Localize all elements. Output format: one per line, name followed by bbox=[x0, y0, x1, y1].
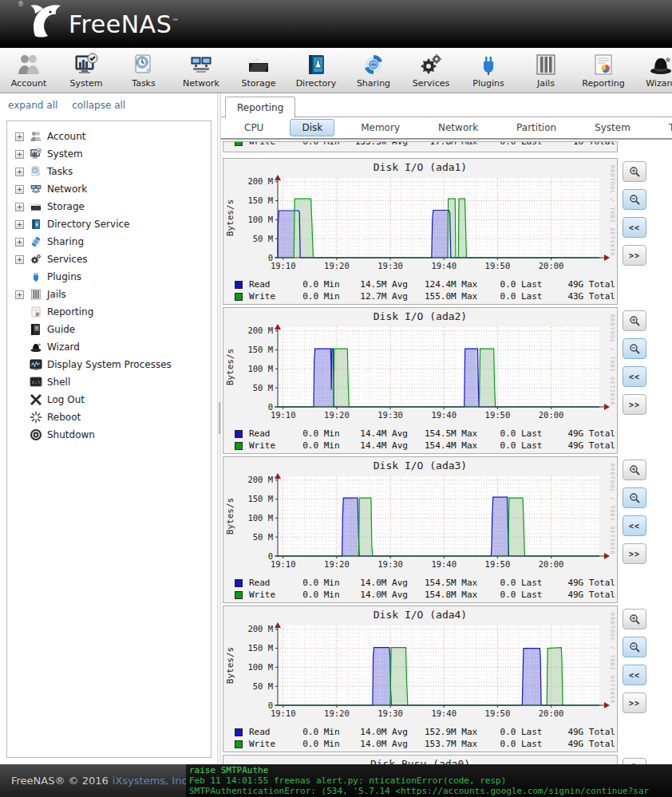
expand-plus-icon[interactable]: + bbox=[15, 203, 24, 211]
legend-series-name: Read bbox=[249, 428, 282, 439]
sidebar-item-sharing[interactable]: + Sharing bbox=[10, 233, 208, 251]
expand-plus-icon[interactable]: + bbox=[15, 255, 24, 264]
zoom-in-button[interactable] bbox=[623, 161, 646, 182]
sidebar-item-label: Network bbox=[47, 183, 87, 195]
svg-text:19:30: 19:30 bbox=[378, 708, 403, 718]
sidebar-item-jails[interactable]: + Jails bbox=[10, 286, 208, 303]
svg-text:Bytes/s: Bytes/s bbox=[225, 498, 235, 535]
sidebar-item-tasks[interactable]: + Tasks bbox=[10, 163, 208, 180]
sidebar-item-services[interactable]: + Services bbox=[10, 251, 208, 268]
pan-left-button[interactable]: << bbox=[623, 515, 646, 536]
expand-plus-icon[interactable]: + bbox=[15, 290, 24, 299]
zoom-in-button[interactable] bbox=[623, 609, 646, 629]
splitter-grip-icon bbox=[219, 402, 220, 434]
plugins-icon bbox=[29, 270, 42, 283]
jails-icon bbox=[29, 288, 42, 301]
zoom-out-button[interactable] bbox=[623, 637, 646, 657]
svg-text:19:50: 19:50 bbox=[485, 261, 511, 270]
sidebar-item-directory-service[interactable]: + Directory Service bbox=[10, 215, 208, 233]
console-line: Feb 11 14:01:55 freenas alert.py: nticat… bbox=[189, 775, 672, 786]
pan-right-button[interactable]: >> bbox=[623, 692, 646, 713]
wizard-icon bbox=[648, 52, 672, 77]
pan-right-button[interactable]: >> bbox=[623, 543, 646, 564]
toolbar-item-wizard[interactable]: Wizard bbox=[632, 48, 672, 93]
expand-plus-icon[interactable]: + bbox=[15, 132, 24, 141]
sidebar-item-reboot[interactable]: Reboot bbox=[10, 408, 208, 426]
sidebar-item-label: Account bbox=[47, 131, 85, 142]
zoom-out-button[interactable] bbox=[623, 487, 646, 508]
expand-plus-icon[interactable]: + bbox=[15, 220, 24, 229]
subtab-cpu[interactable]: CPU bbox=[232, 119, 275, 136]
sidebar-item-network[interactable]: + Network bbox=[10, 180, 208, 198]
sidebar-item-label: Plugins bbox=[47, 271, 81, 282]
pan-left-button[interactable]: << bbox=[623, 665, 646, 685]
expand-plus-icon[interactable]: + bbox=[15, 150, 24, 159]
svg-text:150 M: 150 M bbox=[247, 195, 273, 205]
sidebar-item-system[interactable]: + System bbox=[10, 145, 208, 163]
pan-right-button[interactable]: >> bbox=[623, 245, 646, 266]
zoom-in-button[interactable] bbox=[623, 460, 646, 480]
toolbar-item-network[interactable]: Network bbox=[172, 48, 230, 93]
subtab-memory[interactable]: Memory bbox=[349, 119, 412, 136]
subtab-target[interactable]: Target bbox=[657, 119, 672, 136]
svg-text:100 M: 100 M bbox=[247, 215, 273, 224]
sidebar-item-reporting[interactable]: Reporting bbox=[10, 303, 208, 321]
expand-plus-icon[interactable]: + bbox=[15, 238, 24, 247]
pan-left-button[interactable]: << bbox=[623, 217, 646, 238]
toolbar-item-jails[interactable]: Jails bbox=[517, 48, 575, 93]
subtab-system[interactable]: System bbox=[583, 119, 642, 136]
ixsystems-link[interactable]: iXsystems, Inc. bbox=[113, 775, 191, 787]
rrdtool-watermark: RRDTOOL / TOBI OETIKER bbox=[609, 314, 615, 406]
logout-icon bbox=[29, 393, 42, 406]
collapse-all-link[interactable]: collapse all bbox=[72, 100, 125, 111]
sidebar-item-account[interactable]: + Account bbox=[10, 128, 208, 145]
sidebar-item-log-out[interactable]: Log Out bbox=[10, 391, 208, 408]
sidebar-item-display-system-processes[interactable]: Display System Processes bbox=[10, 356, 208, 373]
chart-row-2: Disk I/O (ada3) RRDTOOL / TOBI OETIKER 0… bbox=[223, 456, 672, 603]
subtab-network[interactable]: Network bbox=[426, 119, 490, 136]
sidebar-item-storage[interactable]: + Storage bbox=[10, 198, 208, 215]
zoom-out-button[interactable] bbox=[623, 189, 646, 210]
expand-all-link[interactable]: expand all bbox=[8, 100, 57, 111]
toolbar-item-account[interactable]: Account bbox=[0, 48, 57, 93]
svg-text:200 M: 200 M bbox=[247, 624, 273, 633]
toolbar-item-services[interactable]: Services bbox=[402, 48, 460, 93]
toolbar-item-reporting[interactable]: Reporting bbox=[575, 48, 632, 93]
toolbar-item-plugins[interactable]: Plugins bbox=[460, 48, 517, 93]
chart-panel: Disk I/O (ada1) RRDTOOL / TOBI OETIKER 0… bbox=[223, 158, 618, 305]
toolbar-item-system[interactable]: System bbox=[57, 48, 115, 93]
sidebar-item-shell[interactable]: c:\ Shell bbox=[10, 373, 208, 391]
subtab-disk[interactable]: Disk bbox=[290, 119, 334, 136]
zoom-in-button[interactable] bbox=[623, 758, 646, 764]
body-columns: expand all collapse all + Account+ Syste… bbox=[0, 93, 672, 764]
registered-mark: ® bbox=[18, 1, 24, 8]
svg-text:19:50: 19:50 bbox=[485, 410, 511, 420]
tab-reporting[interactable]: Reporting bbox=[225, 97, 295, 118]
sidebar-item-guide[interactable]: Guide bbox=[10, 321, 208, 338]
zoom-in-button[interactable] bbox=[623, 310, 646, 331]
toolbar-item-directory[interactable]: Directory bbox=[287, 48, 345, 93]
tasks-icon bbox=[29, 165, 42, 178]
toolbar-item-label: Services bbox=[413, 78, 449, 89]
expand-plus-icon[interactable]: + bbox=[15, 168, 24, 176]
svg-text:19:30: 19:30 bbox=[378, 559, 403, 569]
toolbar-item-label: Tasks bbox=[132, 78, 155, 89]
legend-series-name: Read bbox=[249, 578, 282, 588]
svg-text:200 M: 200 M bbox=[247, 475, 273, 484]
toolbar-item-tasks[interactable]: Tasks bbox=[115, 48, 172, 93]
expand-plus-icon[interactable]: + bbox=[15, 185, 24, 194]
sidebar-item-wizard[interactable]: Wizard bbox=[10, 338, 208, 356]
account-icon bbox=[16, 52, 42, 77]
directory-icon bbox=[303, 52, 329, 77]
pan-left-button[interactable]: << bbox=[623, 366, 646, 387]
sidebar-item-shutdown[interactable]: Shutdown bbox=[10, 426, 208, 444]
sidebar-item-label: Display System Processes bbox=[47, 359, 172, 370]
toolbar-item-storage[interactable]: Storage bbox=[230, 48, 287, 93]
sidebar-item-plugins[interactable]: Plugins bbox=[10, 268, 208, 286]
svg-text:20:00: 20:00 bbox=[539, 708, 564, 718]
wizard-icon bbox=[29, 341, 42, 353]
pan-right-button[interactable]: >> bbox=[623, 394, 646, 415]
subtab-partition[interactable]: Partition bbox=[504, 119, 568, 136]
zoom-out-button[interactable] bbox=[623, 338, 646, 359]
toolbar-item-sharing[interactable]: Sharing bbox=[345, 48, 402, 93]
